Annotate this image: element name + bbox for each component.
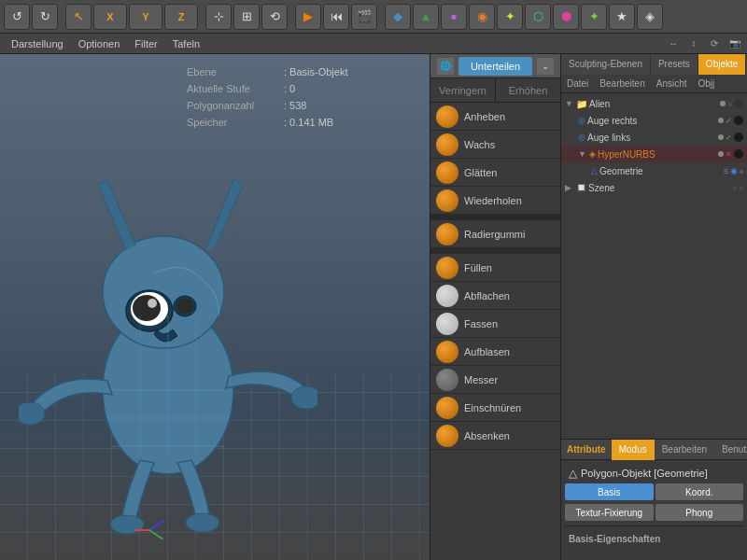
tree-auge-links[interactable]: ◎ Auge links ✓ xyxy=(561,129,747,146)
subdivide-main-btn[interactable]: Unterteilen xyxy=(458,57,532,76)
szene-arrow: ▶ xyxy=(565,183,574,192)
y-axis-btn[interactable]: Y xyxy=(129,4,162,30)
nav-icon-4[interactable]: 📷 xyxy=(726,35,743,52)
attr-phong-btn[interactable]: Phong xyxy=(655,504,744,521)
redo-btn[interactable]: ↻ xyxy=(32,4,58,30)
tree-auge-rechts[interactable]: ◎ Auge rechts ✓ xyxy=(561,112,747,129)
menu-tafeln[interactable]: Tafeln xyxy=(165,34,207,54)
attr-textur-btn[interactable]: Textur-Fixierung xyxy=(565,504,654,521)
deform-btn[interactable]: ◉ xyxy=(469,4,495,30)
abflachen-icon xyxy=(436,285,458,307)
ebene-value: : Basis-Objekt xyxy=(284,63,347,80)
undo-btn[interactable]: ↺ xyxy=(4,4,30,30)
scene-btn[interactable]: ⬢ xyxy=(553,4,579,30)
sculpt-tool-wachs[interactable]: Wachs xyxy=(430,131,560,159)
al-dark xyxy=(734,133,743,142)
auge-links-label: Auge links xyxy=(587,133,630,143)
floor-btn[interactable]: ★ xyxy=(609,4,635,30)
scene-menu-datei[interactable]: Datei xyxy=(561,75,594,93)
menu-darstellung[interactable]: Darstellung xyxy=(4,34,71,54)
sculpt-btn[interactable]: ◈ xyxy=(637,4,663,30)
nav-icon-1[interactable]: ↔ xyxy=(665,35,682,52)
sculpt-tool-radiergummi[interactable]: Radiergummi xyxy=(430,220,560,248)
rotate-btn[interactable]: ⟲ xyxy=(261,4,288,30)
render-btn[interactable]: ▶ xyxy=(295,4,321,30)
tab-objekte[interactable]: Objekte xyxy=(698,54,746,75)
sculpt-tool-wiederholen[interactable]: Wiederholen xyxy=(430,187,560,215)
x-axis-btn[interactable]: X xyxy=(93,4,127,30)
alien-label: Alien xyxy=(589,99,610,109)
abflachen-label: Abflachen xyxy=(464,290,510,301)
attr-tabs: Attribute Modus Bearbeiten Benutzer xyxy=(561,440,747,460)
nav-icon-2[interactable]: ↕ xyxy=(685,35,702,52)
speicher-label: Speicher xyxy=(187,114,280,131)
szene-dot2: ○ xyxy=(739,184,743,192)
tab-sculpting-ebenen[interactable]: Sculpting-Ebenen xyxy=(561,54,651,75)
szene-dot: ○ xyxy=(732,184,737,192)
absenken-label: Absenken xyxy=(464,430,510,441)
aufblasen-icon xyxy=(436,341,458,363)
attr-panel: Attribute Modus Bearbeiten Benutzer △ Po… xyxy=(561,439,747,560)
scene-menu-ansicht[interactable]: Ansicht xyxy=(651,75,693,93)
svg-point-1 xyxy=(103,236,224,348)
wachs-label: Wachs xyxy=(464,139,495,150)
z-axis-btn[interactable]: Z xyxy=(164,4,198,30)
move-btn[interactable]: ⊹ xyxy=(205,4,232,30)
sculpt-tool-absenken[interactable]: Absenken xyxy=(430,422,560,450)
geometrie-label: Geometrie xyxy=(599,166,643,176)
sculpt-tool-einschnuren[interactable]: Einschnüren xyxy=(430,394,560,422)
geo-icon2: ◉ xyxy=(730,166,738,175)
nurbs-btn[interactable]: ● xyxy=(441,4,467,30)
verringern-btn[interactable]: Verringern xyxy=(430,78,496,102)
light-btn[interactable]: ✦ xyxy=(497,4,523,30)
attr-koord-btn[interactable]: Koord. xyxy=(655,483,744,500)
cam-btn[interactable]: ⬡ xyxy=(525,4,551,30)
tree-hypernurbs[interactable]: ▼ ◈ HyperNURBS ✕ xyxy=(561,146,747,162)
tab-presets[interactable]: Presets xyxy=(651,54,698,75)
sculpt-arrow-btn[interactable]: ⌄ xyxy=(536,57,555,76)
alien-circle: ○ xyxy=(727,100,732,108)
sculpt-tool-abflachen[interactable]: Abflachen xyxy=(430,282,560,310)
sculpt-tool-aufblasen[interactable]: Aufblasen xyxy=(430,338,560,366)
scene-menu-obj[interactable]: Objj xyxy=(693,75,721,93)
n-dot xyxy=(718,151,724,157)
sculpt-tool-glatten[interactable]: Glätten xyxy=(430,159,560,187)
polygon-label: Polygonanzahl xyxy=(187,97,280,114)
scene-menu-bearbeiten[interactable]: Bearbeiten xyxy=(594,75,650,93)
viewport[interactable]: Ebene : Basis-Objekt Aktuelle Stufe : 0 … xyxy=(0,54,430,560)
ar-dot xyxy=(718,118,724,123)
attr-tab-modus[interactable]: Modus xyxy=(612,440,655,460)
object-btn[interactable]: ◆ xyxy=(385,4,411,30)
select-btn[interactable]: ↖ xyxy=(65,4,92,30)
svg-point-9 xyxy=(291,386,317,409)
erhohen-btn[interactable]: Erhöhen xyxy=(496,78,560,102)
stufe-value: : 0 xyxy=(284,80,295,97)
attr-tab-bearbeiten[interactable]: Bearbeiten xyxy=(655,440,714,460)
sculpt-tools-list: Anheben Wachs Glätten Wiederholen Radie xyxy=(430,103,560,560)
nav-icon-3[interactable]: ⟳ xyxy=(706,35,723,52)
sculpt-icon-btn[interactable]: 🌐 xyxy=(436,57,455,76)
scene-tree: ▼ 📁 Alien ○ ◎ Auge rechts ✓ xyxy=(561,93,747,439)
menu-optionen[interactable]: Optionen xyxy=(71,34,128,54)
render-view-btn[interactable]: ⏮ xyxy=(323,4,349,30)
menu-filter[interactable]: Filter xyxy=(127,34,164,54)
sculpt-tool-messer[interactable]: Messer xyxy=(430,366,560,394)
geo-s: S xyxy=(724,167,728,175)
attr-basis-btn[interactable]: Basis xyxy=(565,483,654,500)
attr-tab-benutzer[interactable]: Benutzer xyxy=(714,440,747,460)
spline-btn[interactable]: ▲ xyxy=(413,4,439,30)
effect-btn[interactable]: ✦ xyxy=(581,4,607,30)
scale-btn[interactable]: ⊞ xyxy=(233,4,260,30)
sculpt-tool-anheben[interactable]: Anheben xyxy=(430,103,560,131)
render-settings-btn[interactable]: 🎬 xyxy=(351,4,377,30)
messer-icon xyxy=(436,369,458,391)
sculpt-tool-fassen[interactable]: Fassen xyxy=(430,310,560,338)
svg-line-13 xyxy=(149,530,163,539)
tree-geometrie[interactable]: △ Geometrie S ◉ x xyxy=(561,162,747,179)
tree-szene[interactable]: ▶ 🔲 Szene ○ ○ xyxy=(561,179,747,196)
fassen-icon xyxy=(436,313,458,335)
anheben-icon xyxy=(436,105,458,128)
tree-alien[interactable]: ▼ 📁 Alien ○ xyxy=(561,95,747,112)
svg-line-12 xyxy=(149,521,163,530)
sculpt-tool-fullen[interactable]: Füllen xyxy=(430,254,560,282)
